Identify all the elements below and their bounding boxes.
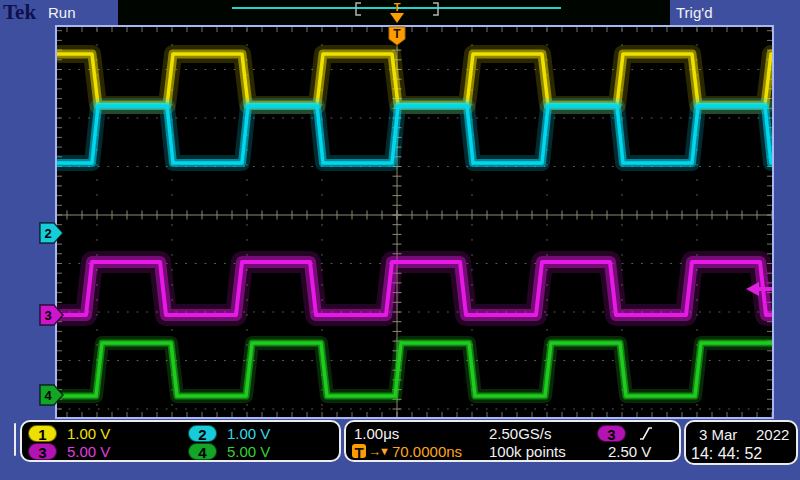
left-box-edge-mark — [14, 423, 16, 456]
channel-2-scale[interactable]: 1.00 V — [227, 425, 270, 442]
time-label: 14: 44: 52 — [691, 445, 762, 462]
channel-4-badge[interactable]: 4 — [188, 443, 217, 460]
svg-text:T: T — [393, 27, 401, 41]
horizontal-trigger-readout-box[interactable]: 1.00μs 2.50GS/s 3 T → ▼ 70.0000ns 100k p… — [344, 420, 681, 462]
channel-readout-box[interactable]: 1 1.00 V 2 1.00 V 3 5.00 V 4 5.00 V — [20, 420, 341, 462]
scope-display: 234TT — [0, 0, 800, 480]
trigger-delay-value[interactable]: 70.0000ns — [392, 443, 462, 460]
trigger-delay-t-icon: T — [352, 444, 366, 458]
year-label: 2022 — [756, 426, 789, 443]
timebase-scale[interactable]: 1.00μs — [354, 425, 399, 442]
channel-2-badge[interactable]: 2 — [188, 425, 217, 442]
datetime-box: 3 Mar 2022 14: 44: 52 — [684, 420, 798, 465]
channel-1-badge[interactable]: 1 — [28, 425, 57, 442]
channel-3-scale[interactable]: 5.00 V — [67, 443, 110, 460]
channel-1-scale[interactable]: 1.00 V — [67, 425, 110, 442]
svg-text:3: 3 — [44, 308, 51, 323]
record-view[interactable]: T — [232, 1, 561, 23]
record-trigger-t-icon: T — [394, 1, 401, 13]
trigger-slope-icon — [638, 425, 654, 442]
date-label: 3 Mar — [699, 426, 737, 443]
trigger-level-value[interactable]: 2.50 V — [608, 443, 651, 460]
channel-4-scale[interactable]: 5.00 V — [227, 443, 270, 460]
trigger-source-badge[interactable]: 3 — [597, 425, 626, 442]
oscilloscope-screen: Tek Run Trig'd 234TT 1 1.00 V 2 1.00 V 3… — [0, 0, 800, 480]
sample-rate: 2.50GS/s — [489, 425, 552, 442]
svg-text:4: 4 — [44, 388, 52, 403]
svg-text:2: 2 — [44, 226, 51, 241]
trigger-delay-triangle-icon: ▼ — [379, 443, 390, 460]
channel-3-badge[interactable]: 3 — [28, 443, 57, 460]
record-trigger-arrow-icon — [390, 13, 404, 23]
record-length: 100k points — [489, 443, 566, 460]
